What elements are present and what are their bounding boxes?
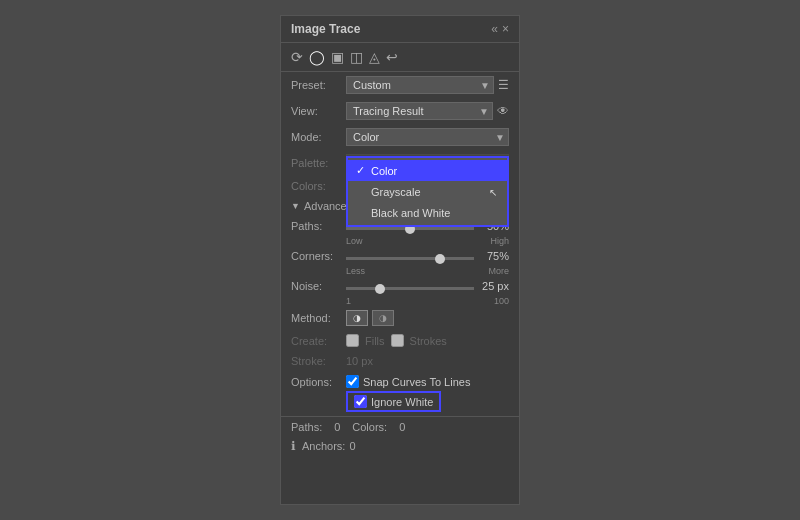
- collapse-button[interactable]: «: [491, 22, 498, 36]
- panel-title: Image Trace: [291, 22, 360, 36]
- eye-icon[interactable]: 👁: [497, 104, 509, 118]
- toolbar: ⟳ ◯ ▣ ◫ ◬ ↩: [281, 43, 519, 72]
- mode-select-wrap: Color ▼: [346, 128, 509, 146]
- corners-slider-wrap: [346, 249, 474, 263]
- view-label: View:: [291, 105, 346, 117]
- options-section: Options: Snap Curves To Lines Ignore Whi…: [281, 371, 519, 416]
- create-options: Fills Strokes: [346, 334, 447, 347]
- anchors-value: 0: [349, 440, 355, 452]
- anchors-label: Anchors:: [302, 440, 345, 452]
- noise-slider-wrap: [346, 279, 474, 293]
- close-button[interactable]: ×: [502, 22, 509, 36]
- view-right-icon[interactable]: ◬: [369, 49, 380, 65]
- info-icon: ℹ: [291, 439, 296, 453]
- method-row: Method: ◑ ◑: [281, 306, 519, 330]
- palette-label: Palette:: [291, 157, 346, 169]
- strokes-label: Strokes: [410, 335, 447, 347]
- strokes-checkbox: [391, 334, 404, 347]
- corners-max-label: More: [488, 266, 509, 276]
- create-row: Create: Fills Strokes: [281, 330, 519, 351]
- fills-checkbox: [346, 334, 359, 347]
- corners-range-labels: Less More: [281, 266, 519, 276]
- create-label: Create:: [291, 335, 346, 347]
- noise-max-label: 100: [494, 296, 509, 306]
- status-colors-label: Colors:: [352, 421, 387, 433]
- mode-row: Mode: Color ▼: [281, 124, 519, 150]
- trace-icon[interactable]: ⟳: [291, 49, 303, 65]
- view-select[interactable]: Tracing Result: [346, 102, 493, 120]
- camera-icon[interactable]: ◯: [309, 49, 325, 65]
- paths-range-labels: Low High: [281, 236, 519, 246]
- advanced-arrow-icon[interactable]: ▼: [291, 201, 300, 211]
- noise-range-labels: 1 100: [281, 296, 519, 306]
- method-abutting-button[interactable]: ◑: [346, 310, 368, 326]
- stroke-value: 10 px: [346, 355, 373, 367]
- status-bar: Paths: 0 Colors: 0: [281, 416, 519, 437]
- paths-slider[interactable]: [346, 227, 474, 230]
- corners-label: Corners:: [291, 250, 346, 262]
- preset-menu-icon[interactable]: ☰: [498, 78, 509, 92]
- mode-label: Mode:: [291, 131, 346, 143]
- stroke-label: Stroke:: [291, 355, 346, 367]
- dropdown-item-blackwhite[interactable]: ✓ Black and White: [348, 202, 507, 223]
- fills-label: Fills: [365, 335, 385, 347]
- dropdown-item-grayscale[interactable]: ✓ Grayscale: [348, 181, 507, 202]
- image-trace-panel: Image Trace « × ⟳ ◯ ▣ ◫ ◬ ↩ Preset: Cust…: [280, 15, 520, 505]
- ignore-white-label: Ignore White: [371, 396, 433, 408]
- dropdown-bw-label: Black and White: [371, 207, 450, 219]
- anchors-row: ℹ Anchors: 0: [281, 437, 519, 459]
- preset-label: Preset:: [291, 79, 346, 91]
- paths-label: Paths:: [291, 220, 346, 232]
- snap-curves-checkbox[interactable]: [346, 375, 359, 388]
- view-left-icon[interactable]: ◫: [350, 49, 363, 65]
- cursor-icon: ↖: [489, 186, 497, 197]
- preset-row: Preset: Custom ▼ ☰: [281, 72, 519, 98]
- checkmark-icon: ✓: [356, 164, 365, 177]
- snap-checkbox-wrap: Snap Curves To Lines: [346, 375, 470, 388]
- dropdown-grayscale-label: Grayscale: [371, 186, 421, 198]
- save-icon[interactable]: ▣: [331, 49, 344, 65]
- noise-slider-row: Noise: 25 px: [281, 276, 519, 296]
- corners-slider-row: Corners: 75%: [281, 246, 519, 266]
- status-colors-value: 0: [399, 421, 405, 433]
- status-paths-value: 0: [334, 421, 340, 433]
- options-label: Options:: [291, 376, 346, 388]
- noise-slider[interactable]: [346, 287, 474, 290]
- preset-select[interactable]: Custom: [346, 76, 494, 94]
- ignore-white-wrap[interactable]: Ignore White: [346, 391, 441, 412]
- noise-min-label: 1: [346, 296, 351, 306]
- corners-min-label: Less: [346, 266, 365, 276]
- mode-select[interactable]: Color: [346, 128, 509, 146]
- paths-min-label: Low: [346, 236, 363, 246]
- dropdown-color-label: Color: [371, 165, 397, 177]
- mode-dropdown: ✓ Color ↖ ✓ Grayscale ✓ Black and White: [346, 156, 509, 227]
- view-select-wrap: Tracing Result ▼: [346, 102, 493, 120]
- header-icons: « ×: [491, 22, 509, 36]
- method-overlapping-button[interactable]: ◑: [372, 310, 394, 326]
- colors-label: Colors:: [291, 180, 346, 192]
- preset-select-wrap: Custom ▼: [346, 76, 494, 94]
- paths-max-label: High: [490, 236, 509, 246]
- status-paths-label: Paths:: [291, 421, 322, 433]
- view-row: View: Tracing Result ▼ 👁: [281, 98, 519, 124]
- snap-curves-label: Snap Curves To Lines: [363, 376, 470, 388]
- ignore-option-row: Ignore White: [291, 391, 509, 412]
- snap-option-row: Options: Snap Curves To Lines: [291, 375, 509, 388]
- noise-value: 25 px: [474, 280, 509, 292]
- panel-header: Image Trace « ×: [281, 16, 519, 43]
- dropdown-item-color[interactable]: ✓ Color ↖: [348, 160, 507, 181]
- corners-slider[interactable]: [346, 257, 474, 260]
- ignore-white-checkbox[interactable]: [354, 395, 367, 408]
- corners-value: 75%: [474, 250, 509, 262]
- expand-icon[interactable]: ↩: [386, 49, 398, 65]
- method-label: Method:: [291, 312, 346, 324]
- stroke-row: Stroke: 10 px: [281, 351, 519, 371]
- noise-label: Noise:: [291, 280, 346, 292]
